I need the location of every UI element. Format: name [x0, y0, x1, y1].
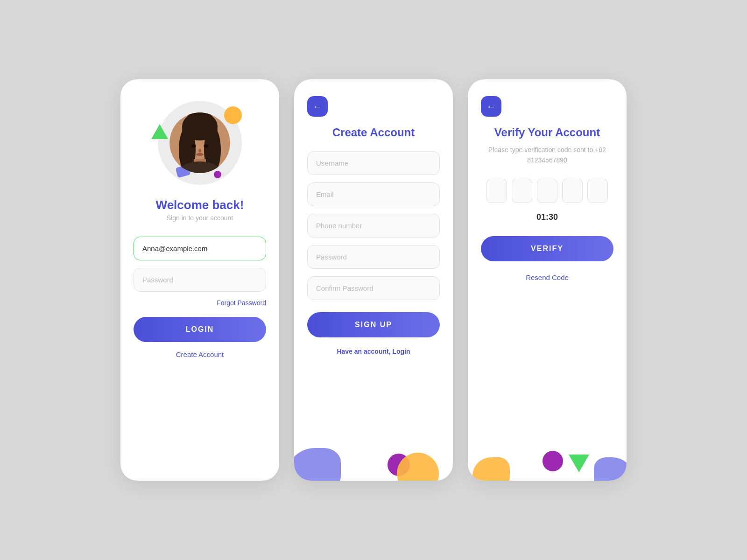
signup-button[interactable]: SIGN UP: [307, 312, 440, 337]
otp-input-5[interactable]: [587, 179, 608, 203]
back-arrow-icon: ←: [313, 101, 322, 112]
deco-circle-orange-icon: [224, 106, 242, 124]
avatar-section: [134, 96, 266, 189]
otp-input-1[interactable]: [486, 179, 507, 203]
deco-triangle-green2-icon: [569, 455, 589, 472]
resend-code-link[interactable]: Resend Code: [526, 273, 569, 281]
svg-point-10: [204, 145, 208, 148]
login-link[interactable]: Login: [392, 348, 410, 355]
deco-blob-orange2-icon: [472, 457, 510, 481]
otp-input-3[interactable]: [537, 179, 557, 203]
email-input[interactable]: [134, 237, 266, 260]
otp-input-4[interactable]: [562, 179, 583, 203]
deco-circle-purple3-icon: [543, 451, 563, 471]
phone-input[interactable]: [307, 214, 440, 238]
welcome-subtitle: Sign in to your account: [167, 214, 233, 222]
register-email-input[interactable]: [307, 182, 440, 206]
verify-title: Verify Your Account: [494, 126, 600, 139]
create-account-link[interactable]: Create Account: [176, 350, 224, 358]
verify-screen: ← Verify Your Account Please type verifi…: [468, 79, 627, 481]
otp-input-2[interactable]: [512, 179, 532, 203]
svg-point-12: [196, 153, 204, 156]
deco-blob-blue2-icon: [594, 457, 627, 481]
register-password-input[interactable]: [307, 245, 440, 269]
verify-back-button[interactable]: ←: [481, 96, 501, 117]
password-input[interactable]: [134, 268, 266, 292]
verify-button[interactable]: VERIFY: [481, 236, 613, 261]
forgot-password-link[interactable]: Forgot Password: [134, 299, 266, 307]
register-title: Create Account: [332, 126, 415, 139]
verify-subtitle: Please type verification code sent to +6…: [481, 145, 613, 166]
countdown-timer: 01:30: [536, 212, 558, 222]
welcome-title: Welcome back!: [156, 198, 244, 212]
svg-point-11: [198, 149, 201, 153]
avatar: [169, 112, 230, 173]
login-screen: Welcome back! Sign in to your account Fo…: [120, 79, 279, 481]
back-button[interactable]: ←: [307, 96, 328, 117]
login-button[interactable]: LOGIN: [134, 317, 266, 342]
svg-point-9: [191, 145, 196, 148]
register-screen: ← Create Account SIGN UP Have an account…: [294, 79, 453, 481]
deco-circle-purple-icon: [214, 171, 221, 178]
deco-triangle-green-icon: [151, 124, 168, 139]
confirm-password-input[interactable]: [307, 276, 440, 300]
deco-blob-purple-icon: [294, 448, 341, 481]
verify-back-arrow-icon: ←: [486, 101, 496, 112]
screens-container: Welcome back! Sign in to your account Fo…: [102, 51, 645, 509]
have-account-text: Have an account, Login: [337, 348, 410, 355]
svg-point-6: [182, 112, 218, 140]
username-input[interactable]: [307, 151, 440, 175]
otp-container: [486, 179, 608, 203]
